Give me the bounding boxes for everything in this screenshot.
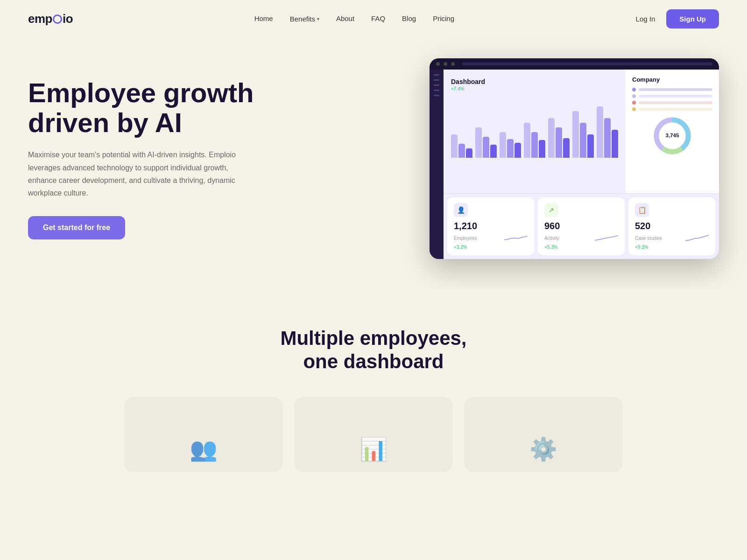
nav-item-home[interactable]: Home bbox=[254, 14, 273, 23]
bar-group-6 bbox=[572, 111, 594, 158]
dash-stats: 👤 1,210 Employees +3.2% bbox=[444, 193, 719, 259]
casestudies-sparkline bbox=[685, 233, 709, 243]
bar-dark bbox=[612, 130, 618, 158]
casestudies-icon-bg: 📋 bbox=[635, 203, 649, 217]
activity-label: Activity bbox=[544, 236, 559, 241]
feature-cards: 👥 📊 ⚙️ bbox=[28, 397, 719, 472]
stat-card-casestudies: 📋 520 Case studies +9.2% bbox=[628, 197, 715, 255]
donut-label: 3,745 bbox=[665, 132, 679, 138]
legend-item-1 bbox=[632, 88, 712, 91]
document-icon: 📋 bbox=[638, 206, 646, 214]
legend-item-2 bbox=[632, 94, 712, 98]
dash-company-panel: Company bbox=[626, 70, 719, 193]
nav-link-blog[interactable]: Blog bbox=[402, 14, 416, 22]
bar-mid bbox=[483, 137, 489, 158]
bar-dark bbox=[466, 148, 472, 158]
bar-dark bbox=[514, 143, 521, 158]
feature-card-3: ⚙️ bbox=[464, 397, 623, 472]
nav-link-faq[interactable]: FAQ bbox=[371, 14, 385, 22]
sidebar-item-5 bbox=[434, 95, 439, 96]
hero-description: Maximise your team's potential with AI-d… bbox=[28, 148, 243, 199]
bar-dark bbox=[587, 134, 594, 158]
casestudies-label: Case studies bbox=[635, 236, 662, 241]
nav-item-pricing[interactable]: Pricing bbox=[433, 14, 454, 23]
legend-dot-2 bbox=[632, 94, 636, 98]
legend-bar-2 bbox=[639, 95, 712, 98]
sidebar-item-4 bbox=[434, 90, 439, 91]
device-dot-3 bbox=[451, 62, 455, 66]
nav-item-blog[interactable]: Blog bbox=[402, 14, 416, 23]
feature-icon-1: 👥 bbox=[190, 436, 218, 462]
device-body: Dashboard +7.4% bbox=[430, 70, 719, 259]
logo-loop-icon bbox=[53, 14, 62, 24]
nav-item-faq[interactable]: FAQ bbox=[371, 14, 385, 23]
device-sidebar bbox=[430, 70, 444, 259]
legend-bar-3 bbox=[639, 101, 712, 104]
bar-group-5 bbox=[548, 118, 570, 158]
nav-link-pricing[interactable]: Pricing bbox=[433, 14, 454, 22]
legend-dot-3 bbox=[632, 101, 636, 105]
nav-item-about[interactable]: About bbox=[336, 14, 354, 23]
hero-section: Employee growth driven by AI Maximise yo… bbox=[0, 37, 747, 289]
navbar: empio Home Benefits ▾ About FAQ Blog Pri… bbox=[0, 0, 747, 37]
employees-bottom: Employees bbox=[454, 233, 528, 243]
employees-icon-bg: 👤 bbox=[454, 203, 468, 217]
legend-dot-4 bbox=[632, 107, 636, 111]
signup-button[interactable]: Sign Up bbox=[666, 9, 719, 28]
bar-group-7 bbox=[597, 106, 618, 158]
activity-icon-bg: ↗ bbox=[544, 203, 558, 217]
bar-mid bbox=[531, 132, 538, 158]
person-icon: 👤 bbox=[457, 206, 465, 214]
bar-dark bbox=[539, 140, 545, 158]
bar-chart bbox=[451, 97, 618, 158]
get-started-button[interactable]: Get started for free bbox=[28, 216, 125, 239]
legend-bar-4 bbox=[639, 108, 712, 111]
hero-title: Employee growth driven by AI bbox=[28, 78, 289, 138]
feature-card-1: 👥 bbox=[124, 397, 283, 472]
casestudies-value: 520 bbox=[635, 221, 709, 231]
stat-card-activity: ↗ 960 Activity +5.3% bbox=[538, 197, 625, 255]
company-legend bbox=[632, 88, 712, 111]
hero-left: Employee growth driven by AI Maximise yo… bbox=[28, 78, 308, 239]
bar-light bbox=[572, 111, 579, 158]
bar-mid bbox=[604, 118, 611, 158]
employees-change: +3.2% bbox=[454, 245, 528, 250]
bar-mid bbox=[580, 123, 586, 158]
hero-right: Dashboard +7.4% bbox=[308, 58, 719, 259]
legend-item-3 bbox=[632, 101, 712, 105]
section-dashboard: Multiple employees, one dashboard 👥 📊 ⚙️ bbox=[0, 289, 747, 490]
logo[interactable]: empio bbox=[28, 12, 73, 26]
sidebar-item-2 bbox=[434, 79, 439, 81]
nav-link-about[interactable]: About bbox=[336, 14, 354, 22]
dashboard-title: Dashboard bbox=[451, 78, 618, 85]
device-dot-2 bbox=[444, 62, 447, 66]
device-dot-1 bbox=[436, 62, 440, 66]
casestudies-bottom: Case studies bbox=[635, 233, 709, 243]
legend-dot-1 bbox=[632, 88, 636, 91]
bar-group-1 bbox=[451, 134, 472, 158]
section2-title: Multiple employees, one dashboard bbox=[28, 327, 719, 374]
device-topbar bbox=[430, 58, 719, 70]
dashboard-growth: +7.4% bbox=[451, 86, 618, 91]
nav-link-benefits[interactable]: Benefits ▾ bbox=[290, 15, 319, 23]
dash-chart-area: Dashboard +7.4% bbox=[444, 70, 626, 193]
bar-mid bbox=[507, 139, 514, 158]
bar-mid bbox=[458, 144, 465, 158]
chevron-down-icon: ▾ bbox=[317, 16, 319, 21]
login-link[interactable]: Log In bbox=[636, 15, 655, 23]
company-title: Company bbox=[632, 76, 712, 83]
feature-icon-3: ⚙️ bbox=[529, 436, 557, 462]
stat-card-employees: 👤 1,210 Employees +3.2% bbox=[447, 197, 534, 255]
bar-light bbox=[500, 132, 506, 158]
employees-sparkline bbox=[504, 233, 528, 243]
sidebar-item-3 bbox=[434, 84, 439, 86]
bar-mid bbox=[556, 127, 562, 158]
bar-light bbox=[524, 123, 530, 158]
nav-links: Home Benefits ▾ About FAQ Blog Pricing bbox=[254, 14, 454, 23]
donut-chart: 3,745 bbox=[651, 115, 693, 157]
nav-link-home[interactable]: Home bbox=[254, 14, 273, 22]
dashboard-mockup: Dashboard +7.4% bbox=[430, 58, 719, 259]
nav-item-benefits[interactable]: Benefits ▾ bbox=[290, 15, 319, 23]
bar-light bbox=[451, 134, 458, 158]
nav-actions: Log In Sign Up bbox=[636, 9, 719, 28]
